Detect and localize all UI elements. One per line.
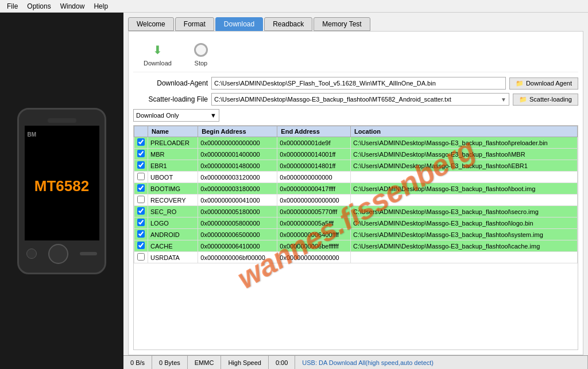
partition-table[interactable]: Name Begin Address End Address Location …	[133, 125, 578, 350]
row-location	[351, 172, 578, 183]
phone-menu-btn	[80, 252, 97, 255]
row-name: CACHE	[148, 240, 198, 252]
menu-window[interactable]: Window	[56, 1, 90, 11]
col-check	[134, 126, 148, 137]
table-row: MBR 0x000000001400000 0x0000000014001ff …	[134, 149, 578, 160]
tab-memory-test[interactable]: Memory Test	[314, 17, 370, 31]
row-checkbox-cell[interactable]	[134, 172, 148, 183]
tab-readback[interactable]: Readback	[264, 17, 312, 31]
mode-dropdown[interactable]: Download Only ▼	[133, 109, 219, 122]
stop-label: Stop	[195, 60, 208, 67]
row-checkbox[interactable]	[137, 173, 145, 180]
scatter-loading-button[interactable]: 📁 Scatter-loading	[513, 94, 578, 106]
row-begin: 0x000000003180000	[198, 183, 277, 195]
row-begin: 0x000000001400000	[198, 149, 277, 160]
tab-format[interactable]: Format	[175, 17, 214, 31]
row-checkbox-cell[interactable]	[134, 217, 148, 229]
phone-home-btn	[48, 244, 68, 264]
status-time: 0:00	[269, 356, 295, 369]
table-row: EBR1 0x000000001480000 0x0000000014801ff…	[134, 160, 578, 172]
row-checkbox-cell[interactable]	[134, 149, 148, 160]
download-icon: ⬇	[149, 41, 166, 59]
dropdown-value: Download Only	[136, 112, 179, 119]
download-agent-button[interactable]: 📁 Download Agent	[509, 77, 578, 90]
row-begin: 0x0000000006bf00000	[198, 252, 277, 263]
row-checkbox[interactable]	[137, 196, 145, 203]
status-speed-type: High Speed	[221, 356, 269, 369]
menu-options[interactable]: Options	[22, 1, 55, 11]
table-row: ANDROID 0x000000006500000 0x000000000640…	[134, 229, 578, 240]
tab-welcome[interactable]: Welcome	[128, 17, 174, 31]
row-end: 0x0000000005770fff	[277, 206, 351, 217]
menu-bar: File Options Window Help	[0, 0, 588, 13]
row-location	[351, 195, 578, 206]
row-checkbox-cell[interactable]	[134, 137, 148, 149]
row-name: MBR	[148, 149, 198, 160]
row-name: UBOOT	[148, 172, 198, 183]
row-checkbox-cell[interactable]	[134, 195, 148, 206]
status-bytes: 0 Bytes	[152, 356, 188, 369]
row-checkbox[interactable]	[137, 184, 145, 192]
row-begin: 0x000000003120000	[198, 172, 277, 183]
download-label: Download	[144, 60, 172, 67]
row-checkbox[interactable]	[137, 242, 145, 249]
status-bar: 0 B/s 0 Bytes EMMC High Speed 0:00 USB: …	[123, 355, 588, 369]
table-row: SEC_RO 0x000000005180000 0x0000000005770…	[134, 206, 578, 217]
phone-back-btn	[26, 248, 37, 259]
phone-screen: BM MT6582	[25, 126, 99, 240]
row-checkbox[interactable]	[137, 253, 145, 261]
folder-icon: 📁	[516, 80, 524, 87]
row-end: 0x000000001de9f	[277, 137, 351, 149]
col-end: End Address	[277, 126, 351, 137]
row-checkbox[interactable]	[137, 161, 145, 169]
table-row: UBOOT 0x000000003120000 0x0000000000000	[134, 172, 578, 183]
row-location: C:\Users\ADMIN\Desktop\Massgo-E3_backup_…	[351, 183, 578, 195]
row-checkbox-cell[interactable]	[134, 183, 148, 195]
menu-file[interactable]: File	[2, 1, 22, 11]
agent-row: Download-Agent 📁 Download Agent	[133, 77, 578, 90]
stop-button[interactable]: Stop	[188, 39, 214, 69]
phone-buttons	[26, 244, 97, 264]
status-speed: 0 B/s	[123, 356, 152, 369]
row-location: C:\Users\ADMIN\Desktop\Massgo-E3_backup_…	[351, 229, 578, 240]
row-location: C:\Users\ADMIN\Desktop\Massgo-E3_backup_…	[351, 240, 578, 252]
row-end: 0x0000000006beffffff	[277, 240, 351, 252]
col-location: Location	[351, 126, 578, 137]
row-begin: 0x000000005180000	[198, 206, 277, 217]
row-location: C:\Users\ADMIN\Desktop\Massgo-E3_backup_…	[351, 217, 578, 229]
row-checkbox-cell[interactable]	[134, 252, 148, 263]
row-checkbox[interactable]	[137, 150, 145, 157]
row-checkbox-cell[interactable]	[134, 206, 148, 217]
row-checkbox[interactable]	[137, 207, 145, 215]
row-end: 0x0000000000000	[277, 172, 351, 183]
row-begin: 0x000000000000000	[198, 137, 277, 149]
tool-area: ⬇ Download Stop Download-Agent 📁	[128, 31, 583, 355]
row-name: PRELOADER	[148, 137, 198, 149]
row-location: C:\Users\ADMIN\Desktop\Massgo-E3_backup_…	[351, 149, 578, 160]
row-checkbox-cell[interactable]	[134, 229, 148, 240]
tab-download[interactable]: Download	[215, 17, 263, 31]
menu-help[interactable]: Help	[89, 1, 113, 11]
folder-icon-2: 📁	[519, 96, 527, 103]
dropdown-row: Download Only ▼	[133, 109, 578, 122]
row-name: BOOTIMG	[148, 183, 198, 195]
table-row: CACHE 0x000000006410000 0x0000000006beff…	[134, 240, 578, 252]
agent-input[interactable]	[211, 77, 506, 90]
row-checkbox-cell[interactable]	[134, 240, 148, 252]
row-checkbox-cell[interactable]	[134, 160, 148, 172]
table-row: RECOVERY 0x000000000041000 0x00000000000…	[134, 195, 578, 206]
row-name: LOGO	[148, 217, 198, 229]
download-button[interactable]: ⬇ Download	[139, 39, 176, 69]
phone-speaker	[48, 118, 76, 123]
tool-area-inner: Download-Agent 📁 Download Agent Scatter-…	[133, 77, 578, 350]
row-name: ANDROID	[148, 229, 198, 240]
row-checkbox[interactable]	[137, 219, 145, 226]
row-begin: 0x000000000041000	[198, 195, 277, 206]
row-checkbox[interactable]	[137, 230, 145, 238]
row-checkbox[interactable]	[137, 138, 145, 146]
toolbar: ⬇ Download Stop	[133, 36, 578, 72]
row-begin: 0x000000005800000	[198, 217, 277, 229]
row-name: SEC_RO	[148, 206, 198, 217]
row-end: 0x0000000014801ff	[277, 160, 351, 172]
tab-bar: Welcome Format Download Readback Memory …	[123, 13, 588, 31]
